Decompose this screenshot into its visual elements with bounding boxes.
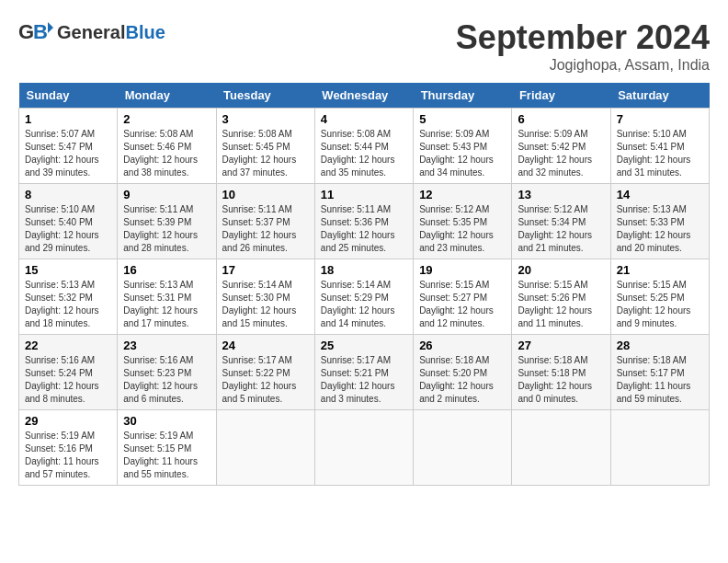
calendar-cell: 20Sunrise: 5:15 AM Sunset: 5:26 PM Dayli…: [512, 259, 610, 335]
day-info: Sunrise: 5:18 AM Sunset: 5:18 PM Dayligh…: [518, 354, 604, 406]
day-info: Sunrise: 5:11 AM Sunset: 5:37 PM Dayligh…: [222, 203, 309, 255]
logo: G B GeneralBlue: [18, 18, 165, 46]
calendar-cell: 16Sunrise: 5:13 AM Sunset: 5:31 PM Dayli…: [118, 259, 216, 335]
calendar-cell: 23Sunrise: 5:16 AM Sunset: 5:23 PM Dayli…: [118, 335, 216, 410]
day-number: 4: [321, 112, 407, 126]
day-number: 12: [419, 188, 506, 201]
day-number: 16: [123, 263, 210, 277]
day-info: Sunrise: 5:18 AM Sunset: 5:20 PM Dayligh…: [419, 354, 506, 406]
weekday-header-sunday: Sunday: [19, 83, 118, 109]
day-number: 3: [222, 112, 309, 126]
calendar-cell: 21Sunrise: 5:15 AM Sunset: 5:25 PM Dayli…: [610, 259, 709, 335]
svg-marker-2: [48, 22, 53, 33]
day-number: 19: [419, 263, 506, 277]
calendar-table: SundayMondayTuesdayWednesdayThursdayFrid…: [18, 83, 710, 486]
calendar-cell: 19Sunrise: 5:15 AM Sunset: 5:27 PM Dayli…: [414, 259, 512, 335]
day-number: 6: [518, 112, 604, 126]
day-info: Sunrise: 5:08 AM Sunset: 5:44 PM Dayligh…: [321, 128, 407, 179]
day-info: Sunrise: 5:14 AM Sunset: 5:29 PM Dayligh…: [321, 279, 407, 330]
weekday-header-tuesday: Tuesday: [216, 83, 314, 109]
calendar-cell: 24Sunrise: 5:17 AM Sunset: 5:22 PM Dayli…: [216, 335, 314, 410]
day-number: 13: [518, 188, 604, 201]
day-number: 18: [321, 263, 407, 277]
calendar-cell: 6Sunrise: 5:09 AM Sunset: 5:42 PM Daylig…: [512, 109, 610, 184]
day-info: Sunrise: 5:13 AM Sunset: 5:32 PM Dayligh…: [25, 279, 111, 330]
day-number: 27: [518, 339, 604, 352]
calendar-cell: 18Sunrise: 5:14 AM Sunset: 5:29 PM Dayli…: [314, 259, 413, 335]
weekday-header-friday: Friday: [512, 83, 610, 109]
day-info: Sunrise: 5:17 AM Sunset: 5:22 PM Dayligh…: [222, 354, 309, 406]
calendar-cell: 26Sunrise: 5:18 AM Sunset: 5:20 PM Dayli…: [414, 335, 512, 410]
calendar-cell: 25Sunrise: 5:17 AM Sunset: 5:21 PM Dayli…: [314, 335, 413, 410]
calendar-cell: [216, 410, 314, 486]
calendar-cell: [314, 410, 413, 486]
day-number: 1: [25, 112, 111, 126]
day-info: Sunrise: 5:12 AM Sunset: 5:34 PM Dayligh…: [518, 203, 604, 255]
day-info: Sunrise: 5:16 AM Sunset: 5:23 PM Dayligh…: [123, 354, 210, 406]
day-number: 2: [123, 112, 210, 126]
day-info: Sunrise: 5:12 AM Sunset: 5:35 PM Dayligh…: [419, 203, 506, 255]
day-number: 5: [419, 112, 506, 126]
calendar-cell: 11Sunrise: 5:11 AM Sunset: 5:36 PM Dayli…: [314, 184, 413, 259]
day-number: 20: [518, 263, 604, 277]
day-number: 7: [617, 112, 703, 126]
calendar-cell: 30Sunrise: 5:19 AM Sunset: 5:15 PM Dayli…: [118, 410, 216, 486]
calendar-cell: 5Sunrise: 5:09 AM Sunset: 5:43 PM Daylig…: [414, 109, 512, 184]
calendar-cell: 14Sunrise: 5:13 AM Sunset: 5:33 PM Dayli…: [610, 184, 709, 259]
day-info: Sunrise: 5:16 AM Sunset: 5:24 PM Dayligh…: [25, 354, 111, 406]
calendar-cell: [512, 410, 610, 486]
day-info: Sunrise: 5:08 AM Sunset: 5:46 PM Dayligh…: [123, 128, 210, 179]
calendar-cell: 7Sunrise: 5:10 AM Sunset: 5:41 PM Daylig…: [610, 109, 709, 184]
calendar-cell: 4Sunrise: 5:08 AM Sunset: 5:44 PM Daylig…: [314, 109, 413, 184]
svg-text:G: G: [18, 20, 34, 43]
logo-general: General: [57, 22, 125, 42]
day-number: 24: [222, 339, 309, 352]
day-number: 15: [25, 263, 111, 277]
day-number: 11: [321, 188, 407, 201]
day-info: Sunrise: 5:11 AM Sunset: 5:36 PM Dayligh…: [321, 203, 407, 255]
calendar-cell: 12Sunrise: 5:12 AM Sunset: 5:35 PM Dayli…: [414, 184, 512, 259]
day-number: 14: [617, 188, 703, 201]
day-number: 10: [222, 188, 309, 201]
weekday-header-saturday: Saturday: [610, 83, 709, 109]
day-number: 30: [123, 414, 210, 428]
calendar-cell: 22Sunrise: 5:16 AM Sunset: 5:24 PM Dayli…: [19, 335, 118, 410]
calendar-cell: 8Sunrise: 5:10 AM Sunset: 5:40 PM Daylig…: [19, 184, 118, 259]
day-number: 25: [321, 339, 407, 352]
calendar-cell: 28Sunrise: 5:18 AM Sunset: 5:17 PM Dayli…: [610, 335, 709, 410]
day-number: 26: [419, 339, 506, 352]
calendar-cell: [610, 410, 709, 486]
day-number: 23: [123, 339, 210, 352]
day-info: Sunrise: 5:18 AM Sunset: 5:17 PM Dayligh…: [617, 354, 703, 406]
calendar-cell: 10Sunrise: 5:11 AM Sunset: 5:37 PM Dayli…: [216, 184, 314, 259]
day-number: 29: [25, 414, 111, 428]
month-title: September 2024: [456, 18, 710, 57]
title-area: September 2024 Jogighopa, Assam, India: [456, 18, 710, 74]
day-info: Sunrise: 5:13 AM Sunset: 5:31 PM Dayligh…: [123, 279, 210, 330]
day-info: Sunrise: 5:19 AM Sunset: 5:15 PM Dayligh…: [123, 430, 210, 481]
day-info: Sunrise: 5:17 AM Sunset: 5:21 PM Dayligh…: [321, 354, 407, 406]
day-info: Sunrise: 5:07 AM Sunset: 5:47 PM Dayligh…: [25, 128, 111, 179]
calendar-cell: 13Sunrise: 5:12 AM Sunset: 5:34 PM Dayli…: [512, 184, 610, 259]
weekday-header-monday: Monday: [118, 83, 216, 109]
day-info: Sunrise: 5:13 AM Sunset: 5:33 PM Dayligh…: [617, 203, 703, 255]
calendar-cell: 1Sunrise: 5:07 AM Sunset: 5:47 PM Daylig…: [19, 109, 118, 184]
calendar-cell: 2Sunrise: 5:08 AM Sunset: 5:46 PM Daylig…: [118, 109, 216, 184]
day-number: 22: [25, 339, 111, 352]
day-info: Sunrise: 5:10 AM Sunset: 5:40 PM Dayligh…: [25, 203, 111, 255]
day-info: Sunrise: 5:14 AM Sunset: 5:30 PM Dayligh…: [222, 279, 309, 330]
day-number: 9: [123, 188, 210, 201]
day-info: Sunrise: 5:10 AM Sunset: 5:41 PM Dayligh…: [617, 128, 703, 179]
day-number: 28: [617, 339, 703, 352]
day-info: Sunrise: 5:19 AM Sunset: 5:16 PM Dayligh…: [25, 430, 111, 481]
calendar-cell: 27Sunrise: 5:18 AM Sunset: 5:18 PM Dayli…: [512, 335, 610, 410]
logo-icon: G B: [18, 18, 53, 46]
day-number: 17: [222, 263, 309, 277]
calendar-cell: 3Sunrise: 5:08 AM Sunset: 5:45 PM Daylig…: [216, 109, 314, 184]
day-info: Sunrise: 5:09 AM Sunset: 5:43 PM Dayligh…: [419, 128, 506, 179]
svg-text:B: B: [33, 20, 48, 43]
day-info: Sunrise: 5:09 AM Sunset: 5:42 PM Dayligh…: [518, 128, 604, 179]
day-info: Sunrise: 5:15 AM Sunset: 5:25 PM Dayligh…: [617, 279, 703, 330]
calendar-cell: 29Sunrise: 5:19 AM Sunset: 5:16 PM Dayli…: [19, 410, 118, 486]
calendar-cell: 17Sunrise: 5:14 AM Sunset: 5:30 PM Dayli…: [216, 259, 314, 335]
